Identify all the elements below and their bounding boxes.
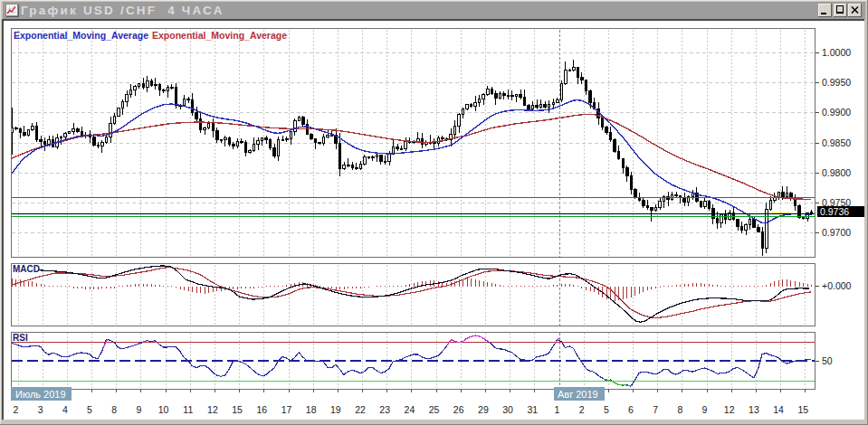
svg-text:2: 2 xyxy=(14,404,19,415)
svg-text:Exponential_Moving_Average: Exponential_Moving_Average xyxy=(152,30,287,41)
svg-text:Июль 2019: Июль 2019 xyxy=(15,389,66,400)
svg-text:0.9800: 0.9800 xyxy=(822,167,851,178)
svg-text:+0.000: +0.000 xyxy=(822,280,852,291)
svg-text:MACD: MACD xyxy=(13,264,40,274)
svg-text:9: 9 xyxy=(702,404,708,415)
svg-text:17: 17 xyxy=(281,404,292,415)
svg-text:0.9900: 0.9900 xyxy=(822,107,851,118)
svg-text:23: 23 xyxy=(379,404,390,415)
svg-text:0.9850: 0.9850 xyxy=(822,137,851,148)
svg-text:16: 16 xyxy=(256,404,267,415)
svg-text:7: 7 xyxy=(653,404,658,415)
svg-text:12: 12 xyxy=(724,404,735,415)
svg-text:RSI: RSI xyxy=(13,333,28,343)
svg-text:Авг 2019: Авг 2019 xyxy=(558,389,598,400)
svg-text:19: 19 xyxy=(330,404,341,415)
svg-text:29: 29 xyxy=(478,404,489,415)
svg-text:8: 8 xyxy=(111,404,117,415)
svg-text:5: 5 xyxy=(604,404,609,415)
svg-text:0.9700: 0.9700 xyxy=(822,227,851,238)
svg-text:14: 14 xyxy=(773,404,784,415)
svg-text:15: 15 xyxy=(797,404,808,415)
svg-text:4: 4 xyxy=(62,404,68,415)
svg-text:0.9736: 0.9736 xyxy=(820,206,849,217)
svg-text:5: 5 xyxy=(87,404,92,415)
svg-text:10: 10 xyxy=(158,404,169,415)
svg-text:26: 26 xyxy=(453,404,464,415)
svg-text:12: 12 xyxy=(207,404,218,415)
svg-text:8: 8 xyxy=(677,404,682,415)
svg-text:18: 18 xyxy=(306,404,317,415)
svg-text:1: 1 xyxy=(555,404,560,415)
svg-text:9: 9 xyxy=(136,404,141,415)
svg-text:25: 25 xyxy=(429,404,440,415)
svg-text:Exponential_Moving_Average: Exponential_Moving_Average xyxy=(14,30,148,41)
svg-text:3: 3 xyxy=(38,404,43,415)
svg-text:График USD /CHF 4 ЧАСА: График USD /CHF 4 ЧАСА xyxy=(21,4,224,17)
svg-text:0.9950: 0.9950 xyxy=(822,77,851,88)
svg-text:6: 6 xyxy=(628,404,634,415)
svg-text:1.0000: 1.0000 xyxy=(822,47,851,58)
svg-text:11: 11 xyxy=(183,404,193,415)
svg-text:22: 22 xyxy=(355,404,366,415)
svg-text:24: 24 xyxy=(405,404,415,415)
svg-text:50: 50 xyxy=(822,355,833,366)
svg-text:15: 15 xyxy=(232,404,243,415)
svg-text:13: 13 xyxy=(749,404,759,415)
svg-text:31: 31 xyxy=(527,404,538,415)
svg-text:2: 2 xyxy=(579,404,585,415)
svg-text:30: 30 xyxy=(502,404,513,415)
